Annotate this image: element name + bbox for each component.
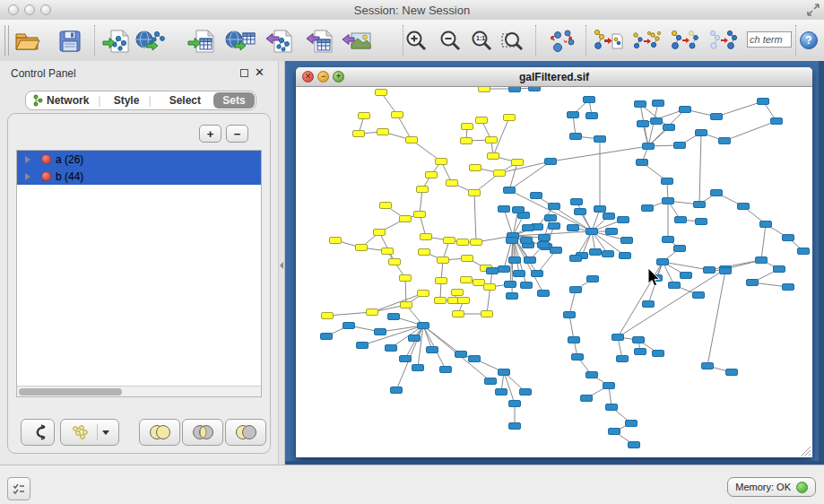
graph-node[interactable] bbox=[680, 107, 691, 113]
graph-node[interactable] bbox=[496, 389, 507, 395]
graph-node[interactable] bbox=[711, 190, 723, 196]
graph-node[interactable] bbox=[643, 143, 655, 150]
graph-node[interactable] bbox=[392, 112, 403, 118]
resize-grip-icon[interactable] bbox=[800, 445, 811, 456]
zoom-in-button[interactable] bbox=[402, 26, 432, 56]
graph-node[interactable] bbox=[747, 280, 759, 286]
graph-node[interactable] bbox=[704, 267, 716, 274]
graph-node[interactable] bbox=[330, 238, 342, 244]
graph-node[interactable] bbox=[694, 202, 706, 208]
graph-node[interactable] bbox=[521, 282, 533, 289]
graph-node[interactable] bbox=[479, 87, 490, 92]
graph-node[interactable] bbox=[669, 282, 681, 289]
graph-node[interactable] bbox=[603, 251, 614, 257]
graph-node[interactable] bbox=[521, 238, 533, 244]
graph-node[interactable] bbox=[356, 245, 368, 251]
graph-node[interactable] bbox=[638, 121, 649, 127]
graph-node[interactable] bbox=[711, 114, 723, 120]
graph-node[interactable] bbox=[551, 248, 562, 254]
graph-node[interactable] bbox=[586, 113, 598, 119]
list-item-set-a[interactable]: a (26) bbox=[17, 151, 261, 168]
graph-node[interactable] bbox=[771, 118, 783, 125]
export-network-button[interactable] bbox=[265, 26, 295, 56]
tab-style[interactable]: Style | bbox=[108, 92, 156, 109]
graph-node[interactable] bbox=[488, 153, 499, 160]
graph-node[interactable] bbox=[635, 349, 646, 355]
graph-node[interactable] bbox=[629, 442, 640, 448]
panel-splitter[interactable] bbox=[278, 61, 285, 465]
graph-node[interactable] bbox=[414, 212, 426, 218]
graph-node[interactable] bbox=[594, 206, 606, 213]
graph-node[interactable] bbox=[481, 311, 493, 317]
fullscreen-icon[interactable] bbox=[806, 3, 820, 17]
graph-node[interactable] bbox=[435, 298, 447, 304]
chevron-down-icon[interactable] bbox=[102, 430, 109, 435]
graph-node[interactable] bbox=[696, 130, 707, 136]
expander-icon[interactable] bbox=[25, 173, 30, 180]
create-set-from-network-button[interactable] bbox=[60, 419, 119, 446]
graph-node[interactable] bbox=[374, 230, 386, 236]
tab-network[interactable]: Network | bbox=[27, 92, 106, 109]
expander-icon[interactable] bbox=[25, 156, 30, 163]
graph-node[interactable] bbox=[436, 159, 447, 165]
diff-network-fade-button[interactable] bbox=[669, 26, 699, 56]
graph-node[interactable] bbox=[653, 351, 664, 357]
graph-node[interactable] bbox=[380, 203, 392, 209]
import-table-file-button[interactable] bbox=[186, 26, 217, 56]
graph-node[interactable] bbox=[512, 160, 524, 166]
graph-node[interactable] bbox=[523, 225, 534, 231]
graph-node[interactable] bbox=[514, 271, 525, 277]
graph-node[interactable] bbox=[444, 238, 455, 244]
graph-node[interactable] bbox=[322, 313, 334, 319]
graph-node[interactable] bbox=[367, 309, 378, 316]
graph-node[interactable] bbox=[783, 284, 794, 291]
graph-node[interactable] bbox=[664, 125, 675, 131]
memory-status-button[interactable]: Memory: OK bbox=[727, 477, 816, 497]
graph-node[interactable] bbox=[388, 314, 400, 320]
zoom-out-button[interactable] bbox=[436, 26, 466, 56]
collapse-panel-icon[interactable] bbox=[280, 262, 283, 269]
difference-sets-button[interactable] bbox=[225, 419, 266, 446]
open-session-button[interactable] bbox=[12, 26, 42, 56]
float-panel-icon[interactable] bbox=[240, 69, 248, 77]
graph-node[interactable] bbox=[507, 238, 518, 244]
graph-node[interactable] bbox=[400, 216, 412, 222]
graph-node[interactable] bbox=[570, 256, 582, 262]
graph-node[interactable] bbox=[612, 335, 624, 341]
graph-node[interactable] bbox=[675, 217, 687, 223]
graph-node[interactable] bbox=[471, 239, 482, 246]
graph-node[interactable] bbox=[643, 301, 655, 308]
graph-node[interactable] bbox=[538, 242, 550, 248]
graph-node[interactable] bbox=[726, 369, 738, 376]
scrollbar-thumb[interactable] bbox=[19, 388, 122, 395]
graph-node[interactable] bbox=[427, 347, 438, 353]
graph-node[interactable] bbox=[504, 187, 516, 194]
diff-network-faded-source-button[interactable] bbox=[707, 26, 738, 56]
network-view-window[interactable]: ✕ − + galFiltered.sif bbox=[296, 67, 812, 457]
graph-node[interactable] bbox=[606, 404, 618, 411]
close-panel-icon[interactable]: ✕ bbox=[255, 65, 265, 79]
union-sets-button[interactable] bbox=[139, 419, 180, 446]
graph-node[interactable] bbox=[389, 259, 401, 265]
graph-node[interactable] bbox=[590, 249, 602, 256]
graph-node[interactable] bbox=[568, 225, 579, 231]
graph-node[interactable] bbox=[499, 206, 510, 213]
graph-node[interactable] bbox=[438, 257, 449, 264]
graph-node[interactable] bbox=[633, 337, 645, 343]
graph-node[interactable] bbox=[520, 389, 532, 395]
network-canvas[interactable] bbox=[296, 87, 812, 457]
graph-node[interactable] bbox=[470, 165, 481, 171]
graph-node[interactable] bbox=[618, 217, 629, 223]
graph-node[interactable] bbox=[509, 87, 521, 92]
graph-node[interactable] bbox=[531, 193, 542, 199]
graph-node[interactable] bbox=[505, 282, 516, 288]
graph-node[interactable] bbox=[549, 223, 560, 230]
diff-network-to-file-button[interactable] bbox=[593, 26, 623, 56]
export-table-button[interactable] bbox=[305, 26, 335, 56]
help-button[interactable]: ? bbox=[800, 31, 818, 49]
graph-node[interactable] bbox=[637, 160, 648, 166]
apply-layout-button[interactable] bbox=[548, 26, 578, 56]
graph-node[interactable] bbox=[376, 90, 387, 96]
graph-node[interactable] bbox=[719, 138, 731, 144]
import-network-url-button[interactable] bbox=[135, 26, 166, 56]
